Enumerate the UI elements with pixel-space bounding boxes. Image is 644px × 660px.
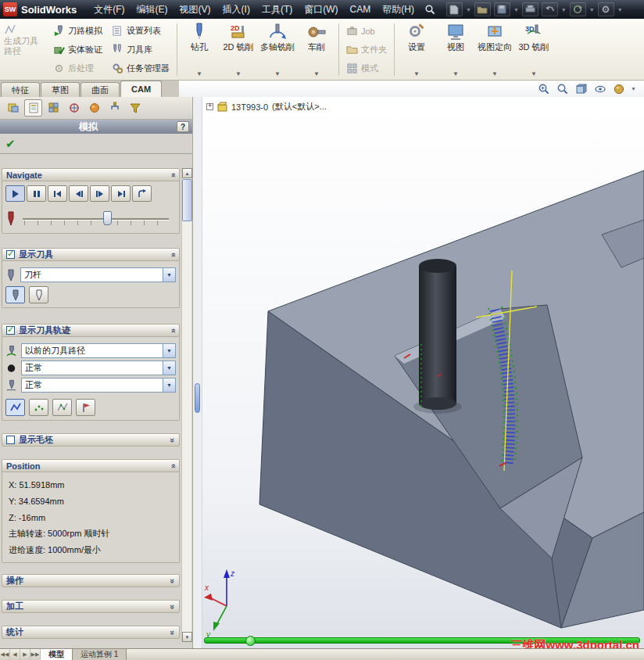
expand-chevron-icon[interactable] [169, 630, 177, 634]
post-process-button[interactable]: 后处理 [49, 59, 106, 77]
options-caret-icon[interactable]: ▼ [617, 7, 623, 13]
tabs-scroll-left-icon[interactable]: ◀ [10, 649, 20, 660]
section-view-icon[interactable] [574, 82, 588, 95]
menu-help[interactable]: 帮助(H) [377, 1, 420, 19]
collapse-chevron-icon[interactable] [169, 328, 177, 332]
mill-2d-caret-icon[interactable]: ▼ [235, 70, 242, 78]
multiaxis-mill-button[interactable]: 多轴铣削 ▼ [259, 21, 296, 78]
propertymanager-tab[interactable] [24, 99, 42, 117]
options-gear-icon[interactable] [598, 2, 614, 16]
dropdown-arrow-icon[interactable] [163, 344, 175, 357]
tabs-scroll-last-icon[interactable]: ▶▶ [30, 649, 41, 660]
scroll-down-icon[interactable]: ▼ [182, 632, 192, 642]
folder-button[interactable]: 文件夹 [342, 41, 391, 58]
featuremanager-tab[interactable] [4, 99, 22, 117]
dropdown-arrow-icon[interactable] [163, 268, 175, 282]
solid-verify-button[interactable]: 实体验证 [49, 41, 106, 58]
tool-display-dropdown[interactable]: 刀杆 [20, 267, 176, 282]
new-document-icon[interactable] [446, 2, 463, 16]
show-tool-checkbox[interactable] [6, 250, 15, 259]
toolpath-option-points-button[interactable] [29, 399, 48, 416]
expand-chevron-icon[interactable] [169, 578, 177, 583]
filter-tab[interactable] [126, 99, 144, 117]
show-stock-header[interactable]: 显示毛坯 [2, 433, 180, 447]
graphics-viewport[interactable]: z x y 13T993-0 (默认<默认>... 三维网www.3dporta… [202, 97, 644, 648]
3d-scene[interactable]: z x y [202, 97, 644, 648]
navigate-group-header[interactable]: Navigate [2, 168, 180, 181]
configurationmanager-tab[interactable] [45, 99, 63, 117]
tool-library-button[interactable]: 刀具库 [108, 41, 174, 58]
operation-header[interactable]: 操作 [2, 574, 180, 587]
print-icon[interactable] [522, 2, 538, 16]
step-back-button[interactable] [69, 185, 88, 202]
toolpath-style-dropdown[interactable]: 正常 [21, 378, 176, 393]
menu-view[interactable]: 视图(V) [174, 1, 216, 19]
menu-tools[interactable]: 工具(T) [256, 1, 298, 19]
view-button[interactable]: 视图 ▼ [437, 21, 474, 78]
tool-wireframe-button[interactable] [29, 286, 48, 303]
tree-item-name[interactable]: 13T993-0 [231, 102, 268, 112]
view-orientation-caret-icon[interactable]: ▼ [492, 70, 498, 78]
menu-file[interactable]: 文件(F) [88, 1, 130, 19]
scrollbar-thumb[interactable] [182, 179, 192, 221]
toolpath-option-both-button[interactable] [52, 399, 72, 416]
simulation-speed-slider[interactable] [23, 210, 169, 228]
menu-cam[interactable]: CAM [345, 2, 377, 17]
tree-expand-icon[interactable] [206, 103, 213, 110]
help-button[interactable]: ? [177, 121, 189, 132]
menu-insert[interactable]: 插入(I) [217, 1, 256, 19]
slider-thumb[interactable] [103, 211, 112, 225]
panel-scrollbar[interactable]: ▲ ▼ [181, 168, 191, 642]
rebuild-caret-icon[interactable]: ▼ [589, 7, 595, 13]
progress-thumb[interactable] [245, 636, 256, 646]
mill-3d-caret-icon[interactable]: ▼ [531, 70, 537, 78]
generate-toolpath-button[interactable]: 生成刀具路径 [2, 21, 48, 78]
job-button[interactable]: Job [342, 23, 391, 40]
tab-surfaces[interactable]: 曲面 [80, 82, 120, 97]
undo-icon[interactable] [542, 2, 558, 16]
hide-show-eye-icon[interactable] [593, 82, 606, 95]
show-toolpath-header[interactable]: 显示刀具轨迹 [2, 324, 180, 337]
statistics-header[interactable]: 统计 [2, 626, 180, 639]
displaymanager-tab[interactable] [85, 99, 103, 117]
mill-3d-button[interactable]: 3D 3D 铣削 ▼ [515, 21, 553, 78]
play-button[interactable] [5, 185, 25, 202]
drill-button[interactable]: 钻孔 ▼ [181, 21, 218, 78]
tool-shaded-button[interactable] [5, 286, 25, 303]
motion-study-tab[interactable]: 运动算例 1 [73, 649, 127, 660]
skip-to-start-button[interactable] [48, 185, 67, 202]
drill-caret-icon[interactable]: ▼ [196, 70, 202, 78]
collapse-chevron-icon[interactable] [169, 172, 177, 177]
appearance-scene-icon[interactable] [612, 82, 625, 95]
collapse-chevron-icon[interactable] [169, 252, 177, 256]
mode-button[interactable]: 模式 [342, 59, 391, 77]
rebuild-icon[interactable] [570, 2, 586, 16]
tab-sketch[interactable]: 草图 [41, 82, 80, 97]
headsup-caret-icon[interactable]: ▼ [631, 86, 636, 91]
restart-loop-button[interactable] [132, 185, 152, 202]
scroll-up-icon[interactable]: ▲ [182, 168, 192, 178]
save-icon[interactable] [494, 2, 510, 16]
view-orientation-button[interactable]: 视图定向 ▼ [476, 21, 513, 78]
mill-2d-button[interactable]: 2D 2D 铣削 ▼ [220, 21, 257, 78]
tabs-scroll-right-icon[interactable]: ▶ [20, 649, 30, 660]
model-tab[interactable]: 模型 [41, 649, 73, 660]
turning-button[interactable]: 车削 ▼ [298, 21, 335, 78]
pause-button[interactable] [27, 185, 46, 202]
turning-caret-icon[interactable]: ▼ [313, 70, 320, 78]
show-tool-header[interactable]: 显示刀具 [2, 248, 180, 261]
toolpath-mode-dropdown[interactable]: 正常 [21, 360, 176, 375]
dropdown-arrow-icon[interactable] [163, 378, 175, 392]
multiaxis-mill-caret-icon[interactable]: ▼ [274, 70, 281, 78]
task-manager-button[interactable]: 任务管理器 [108, 59, 174, 77]
tabs-scroll-first-icon[interactable]: ◀◀ [0, 649, 10, 660]
toolpath-option-flag-button[interactable] [76, 399, 95, 416]
new-caret-icon[interactable]: ▼ [466, 7, 471, 13]
show-toolpath-checkbox[interactable] [6, 326, 15, 335]
panel-splitter[interactable] [193, 97, 202, 648]
dimxpert-tab[interactable] [65, 99, 83, 117]
view-caret-icon[interactable]: ▼ [453, 70, 459, 78]
menu-edit[interactable]: 编辑(E) [131, 1, 174, 19]
skip-to-end-button[interactable] [111, 185, 131, 202]
splitter-handle[interactable] [195, 383, 200, 413]
